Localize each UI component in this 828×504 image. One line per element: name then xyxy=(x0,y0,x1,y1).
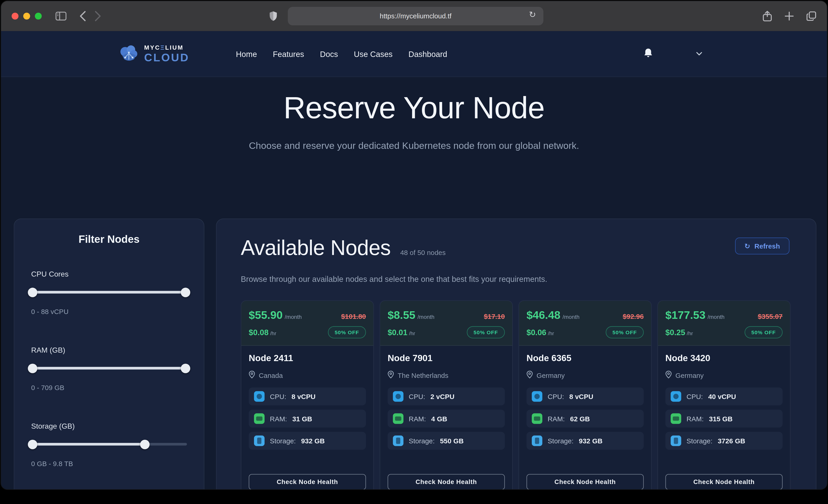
logo-wordmark: MYCΞLIUM CLOUD xyxy=(144,45,190,63)
hourly-price: $0.06 xyxy=(527,328,546,337)
cpu-slider-min-handle[interactable] xyxy=(28,287,37,297)
storage-icon xyxy=(532,435,542,446)
cpu-filter-label: CPU Cores xyxy=(31,270,187,278)
storage-spec-row: Storage: 3726 GB xyxy=(665,432,783,450)
node-name: Node 7901 xyxy=(388,353,505,364)
location-pin-icon xyxy=(665,371,672,380)
site-logo[interactable]: MYCΞLIUM CLOUD xyxy=(118,43,190,65)
tab-overview-icon[interactable] xyxy=(806,11,817,21)
discount-badge: 50% OFF xyxy=(606,326,644,338)
forward-icon[interactable] xyxy=(94,10,101,22)
nav-links: Home Features Docs Use Cases Dashboard xyxy=(236,49,447,58)
monthly-price: $8.55 xyxy=(388,309,415,321)
ram-spec-row: RAM: 4 GB xyxy=(388,410,505,427)
cpu-icon xyxy=(393,391,404,402)
site-navbar: MYCΞLIUM CLOUD Home Features Docs Use Ca… xyxy=(1,31,827,77)
node-name: Node 3420 xyxy=(665,353,783,364)
cpu-spec-row: CPU: 2 vCPU xyxy=(388,387,505,406)
nav-link-use-cases[interactable]: Use Cases xyxy=(354,49,393,58)
cpu-spec-row: CPU: 8 vCPU xyxy=(527,387,644,406)
privacy-shield-icon[interactable] xyxy=(270,11,277,21)
fullscreen-button[interactable] xyxy=(35,13,42,19)
storage-slider-min-handle[interactable] xyxy=(28,439,37,449)
new-tab-icon[interactable] xyxy=(785,12,794,21)
screen: https://myceliumcloud.tf ↻ xyxy=(0,0,828,504)
reload-icon[interactable]: ↻ xyxy=(526,9,539,20)
storage-filter-label: Storage (GB) xyxy=(31,422,187,430)
monthly-price: $177.53 xyxy=(665,309,705,321)
cpu-icon xyxy=(532,391,542,402)
node-location: Germany xyxy=(675,372,704,379)
node-name: Node 2411 xyxy=(249,353,366,364)
original-price: $101.80 xyxy=(341,312,366,320)
storage-range-text: 0 GB - 9.8 TB xyxy=(31,460,187,467)
minimize-button[interactable] xyxy=(23,13,30,19)
mycelium-logo-icon xyxy=(118,43,139,65)
nav-link-docs[interactable]: Docs xyxy=(320,49,338,58)
storage-spec-row: Storage: 932 GB xyxy=(249,432,366,450)
nodes-section-description: Browse through our available nodes and s… xyxy=(241,275,792,284)
original-price: $92.96 xyxy=(623,312,644,320)
node-card: $46.48/month $92.96 $0.06/hr 50% OFF Nod… xyxy=(519,300,652,490)
monthly-price: $46.48 xyxy=(527,309,561,321)
ram-spec-row: RAM: 315 GB xyxy=(665,410,783,427)
share-icon[interactable] xyxy=(762,10,772,22)
storage-filter: Storage (GB) 0 GB - 9.8 TB xyxy=(31,422,187,468)
nav-link-features[interactable]: Features xyxy=(273,49,304,58)
storage-icon xyxy=(254,435,264,446)
hero-section: Reserve Your Node Choose and reserve you… xyxy=(1,90,827,152)
user-menu-chevron-down-icon[interactable] xyxy=(696,52,703,56)
ram-icon xyxy=(393,413,404,424)
storage-range-slider[interactable] xyxy=(31,443,187,446)
node-cards-row: $55.90/month $101.80 $0.08/hr 50% OFF No… xyxy=(241,300,792,490)
cpu-spec-row: CPU: 8 vCPU xyxy=(249,387,366,406)
refresh-button[interactable]: ↻ Refresh xyxy=(735,238,789,255)
traffic-lights xyxy=(12,13,42,19)
page-subtitle: Choose and reserve your dedicated Kubern… xyxy=(1,140,827,152)
ram-slider-max-handle[interactable] xyxy=(181,364,190,373)
ram-icon xyxy=(532,413,542,424)
check-node-health-button[interactable]: Check Node Health xyxy=(388,474,505,490)
nodes-section-title: Available Nodes xyxy=(241,236,391,260)
nav-link-dashboard[interactable]: Dashboard xyxy=(408,49,447,58)
original-price: $17.10 xyxy=(484,312,505,320)
ram-slider-min-handle[interactable] xyxy=(28,364,37,373)
storage-spec-row: Storage: 550 GB xyxy=(388,432,505,450)
node-card: $55.90/month $101.80 $0.08/hr 50% OFF No… xyxy=(241,300,374,490)
storage-slider-max-handle[interactable] xyxy=(140,439,150,449)
storage-icon xyxy=(671,435,681,446)
discount-badge: 50% OFF xyxy=(744,326,783,338)
page-title: Reserve Your Node xyxy=(1,90,827,125)
check-node-health-button[interactable]: Check Node Health xyxy=(527,474,644,490)
check-node-health-button[interactable]: Check Node Health xyxy=(249,474,366,490)
notifications-bell-icon[interactable] xyxy=(644,48,653,60)
hourly-price: $0.08 xyxy=(249,328,268,337)
toolbar-right-actions xyxy=(762,1,816,31)
ram-icon xyxy=(254,413,264,424)
ram-range-slider[interactable] xyxy=(31,367,187,369)
browser-toolbar: https://myceliumcloud.tf ↻ xyxy=(1,1,827,31)
check-node-health-button[interactable]: Check Node Health xyxy=(665,474,783,490)
node-name: Node 6365 xyxy=(527,353,644,364)
storage-spec-row: Storage: 932 GB xyxy=(527,432,644,450)
cpu-slider-max-handle[interactable] xyxy=(181,287,190,297)
back-icon[interactable] xyxy=(79,10,86,22)
location-pin-icon xyxy=(388,371,394,380)
cpu-filter: CPU Cores 0 - 88 vCPU xyxy=(31,270,187,316)
sidebar-toggle-icon[interactable] xyxy=(55,12,67,21)
hourly-price: $0.25 xyxy=(665,328,685,337)
node-card: $8.55/month $17.10 $0.01/hr 50% OFF Node… xyxy=(380,300,513,490)
card-pricing-header: $46.48/month $92.96 $0.06/hr 50% OFF xyxy=(519,301,651,346)
close-button[interactable] xyxy=(12,13,18,19)
nav-link-home[interactable]: Home xyxy=(236,49,257,58)
ram-filter: RAM (GB) 0 - 709 GB xyxy=(31,346,187,392)
original-price: $355.07 xyxy=(758,312,783,320)
card-pricing-header: $8.55/month $17.10 $0.01/hr 50% OFF xyxy=(380,301,512,346)
cpu-range-text: 0 - 88 vCPU xyxy=(31,308,187,316)
storage-icon xyxy=(393,435,404,446)
node-card: $177.53/month $355.07 $0.25/hr 50% OFF N… xyxy=(658,300,791,490)
filter-panel: Filter Nodes CPU Cores 0 - 88 vCPU RAM (… xyxy=(14,218,205,489)
discount-badge: 50% OFF xyxy=(328,326,366,338)
cpu-range-slider[interactable] xyxy=(31,291,187,293)
address-bar[interactable]: https://myceliumcloud.tf ↻ xyxy=(288,7,543,25)
